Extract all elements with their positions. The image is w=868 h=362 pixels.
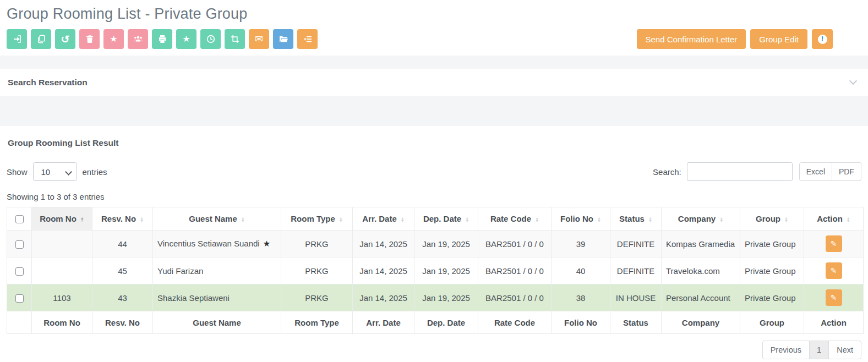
sign-in-icon xyxy=(13,35,21,43)
column-header-guest-name[interactable]: Guest Name▲▼ xyxy=(153,207,281,231)
rate-code-cell: BAR2501 / 0 / 0 xyxy=(478,231,552,257)
edit-row-button[interactable]: ✎ xyxy=(826,289,842,306)
previous-page-button[interactable]: Previous xyxy=(762,341,810,359)
trash-icon xyxy=(85,35,94,43)
row-select-cell xyxy=(7,284,32,311)
action-cell: ✎ xyxy=(804,284,864,311)
column-header-status[interactable]: Status▲▼ xyxy=(610,207,662,231)
footer-room-no: Room No xyxy=(32,311,92,334)
copy-button[interactable] xyxy=(31,29,51,49)
footer-status: Status xyxy=(610,311,662,334)
column-header-rate-code[interactable]: Rate Code▲▼ xyxy=(478,207,552,231)
crop-button[interactable] xyxy=(225,29,245,49)
pagination: Previous 1 Next xyxy=(7,341,861,359)
clock-button[interactable] xyxy=(200,29,221,49)
column-header-resv-no[interactable]: Resv. No▲▼ xyxy=(92,207,153,231)
room-no-cell: 1103 xyxy=(32,284,92,311)
folder-button[interactable] xyxy=(273,29,293,49)
table-header-row: Room No▲▼ Resv. No▲▼ Guest Name▲▼ Room T… xyxy=(7,207,864,231)
table-controls: Show 10 entries Search: Excel PDF xyxy=(7,162,861,181)
column-header-arr-date[interactable]: Arr. Date▲▼ xyxy=(353,207,414,231)
rooming-list-button[interactable] xyxy=(297,29,318,49)
history-button[interactable]: ↺ xyxy=(55,29,75,49)
table-search-input[interactable] xyxy=(687,162,793,181)
footer-rate-code: Rate Code xyxy=(478,311,552,334)
current-page-button[interactable]: 1 xyxy=(810,341,829,359)
group-edit-button[interactable]: Group Edit xyxy=(750,29,807,49)
delete-button[interactable] xyxy=(79,29,100,49)
page-length-select[interactable]: 10 xyxy=(33,162,77,181)
arr-date-cell: Jan 14, 2025 xyxy=(353,257,414,284)
print-button[interactable] xyxy=(152,29,172,49)
dep-date-cell: Jan 19, 2025 xyxy=(414,231,478,257)
column-header-room-type[interactable]: Room Type▲▼ xyxy=(281,207,353,231)
favorite-button[interactable]: ★ xyxy=(103,29,124,49)
row-checkbox[interactable] xyxy=(15,294,24,303)
action-cell: ✎ xyxy=(804,231,864,257)
select-all-checkbox[interactable] xyxy=(15,215,24,223)
sort-icon: ▲▼ xyxy=(401,217,405,223)
send-confirmation-letter-button[interactable]: Send Confirmation Letter xyxy=(637,29,746,49)
table-row-inhouse[interactable]: 1103 43 Shazkia Septiaweni PRKG Jan 14, … xyxy=(7,284,864,311)
column-header-company[interactable]: Company▲▼ xyxy=(662,207,740,231)
column-header-folio-no[interactable]: Folio No▲▼ xyxy=(552,207,610,231)
history-icon: ↺ xyxy=(61,34,70,45)
guest-name-cell: Yudi Farizan xyxy=(153,257,281,284)
sort-icon: ▲▼ xyxy=(719,217,723,223)
footer-guest-name: Guest Name xyxy=(153,311,281,334)
status-cell: DEFINITE xyxy=(610,231,662,257)
guest-name-cell: Shazkia Septiaweni xyxy=(153,284,281,311)
footer-company: Company xyxy=(662,311,740,334)
group-guests-button[interactable] xyxy=(128,29,148,49)
table-row[interactable]: 44 Vincentius Setiawan Suandi★ PRKG Jan … xyxy=(7,231,864,257)
column-header-group[interactable]: Group▲▼ xyxy=(740,207,804,231)
email-button[interactable]: ✉ xyxy=(249,29,269,49)
excel-export-button[interactable]: Excel xyxy=(799,162,832,181)
column-header-dep-date[interactable]: Dep. Date▲▼ xyxy=(414,207,478,231)
folio-no-cell: 38 xyxy=(552,284,610,311)
resv-no-cell: 44 xyxy=(92,231,153,257)
sort-icon: ▲▼ xyxy=(535,217,539,223)
pencil-icon: ✎ xyxy=(831,239,837,248)
column-header-action[interactable]: Action▲▼ xyxy=(804,207,864,231)
edit-row-button[interactable]: ✎ xyxy=(826,262,842,279)
company-cell: Personal Account xyxy=(662,284,740,311)
result-section-title: Group Rooming List Result xyxy=(8,138,861,148)
sort-icon: ▲▼ xyxy=(241,217,245,223)
envelope-icon: ✉ xyxy=(255,34,263,44)
dep-date-cell: Jan 19, 2025 xyxy=(414,284,478,311)
row-select-cell xyxy=(7,231,32,257)
show-label: Show xyxy=(7,167,28,177)
edit-row-button[interactable]: ✎ xyxy=(826,235,842,252)
info-button[interactable]: ! xyxy=(812,29,833,49)
group-cell: Private Group xyxy=(740,231,804,257)
search-reservation-section-header[interactable]: Search Reservation xyxy=(0,69,868,96)
indent-icon xyxy=(303,35,312,43)
next-page-button[interactable]: Next xyxy=(829,341,861,359)
pdf-export-button[interactable]: PDF xyxy=(832,162,861,181)
row-checkbox[interactable] xyxy=(15,240,24,249)
status-cell: DEFINITE xyxy=(610,257,662,284)
sort-icon: ▲▼ xyxy=(80,217,84,223)
star-button[interactable]: ★ xyxy=(176,29,196,49)
footer-room-type: Room Type xyxy=(281,311,353,334)
column-header-room-no[interactable]: Room No▲▼ xyxy=(32,207,92,231)
table-row[interactable]: 45 Yudi Farizan PRKG Jan 14, 2025 Jan 19… xyxy=(7,257,864,284)
company-cell: Traveloka.com xyxy=(662,257,740,284)
divider-band xyxy=(0,56,868,69)
folio-no-cell: 40 xyxy=(552,257,610,284)
row-checkbox[interactable] xyxy=(15,267,24,276)
group-cell: Private Group xyxy=(740,284,804,311)
printer-icon xyxy=(158,35,167,43)
company-cell: Kompas Gramedia xyxy=(662,231,740,257)
sort-icon: ▲▼ xyxy=(847,217,850,223)
toolbar: ↺ ★ ★ ✉ Send Confirmation Letter Group E… xyxy=(7,29,861,49)
rate-code-cell: BAR2501 / 0 / 0 xyxy=(478,257,552,284)
check-in-button[interactable] xyxy=(7,29,27,49)
room-type-cell: PRKG xyxy=(281,231,353,257)
resv-no-cell: 45 xyxy=(92,257,153,284)
search-reservation-title: Search Reservation xyxy=(8,78,88,87)
footer-arr-date: Arr. Date xyxy=(353,311,414,334)
sort-icon: ▲▼ xyxy=(597,217,601,223)
page-title: Group Rooming List - Private Group xyxy=(7,6,861,23)
